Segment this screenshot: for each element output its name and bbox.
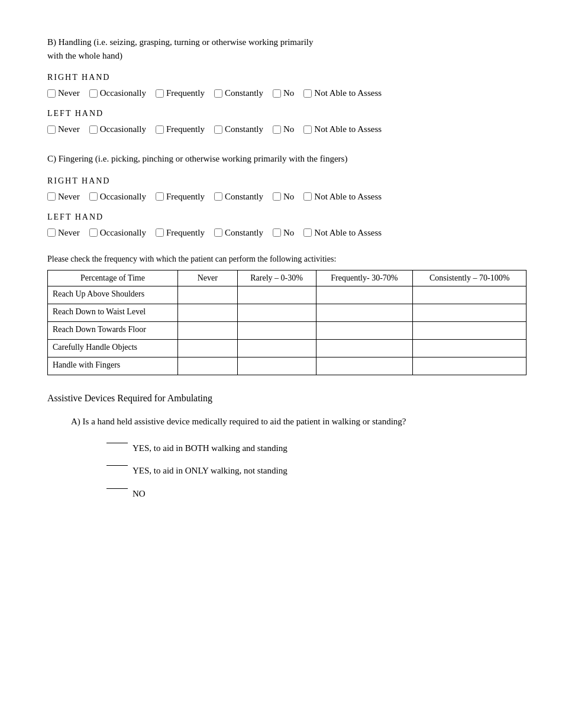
b-left-no-checkbox[interactable] xyxy=(273,125,281,134)
b-left-not-able-label[interactable]: Not Able to Assess xyxy=(314,124,382,134)
b-left-occasionally-label[interactable]: Occasionally xyxy=(100,124,146,134)
c-left-no[interactable]: No xyxy=(273,228,294,238)
b-right-constantly[interactable]: Constantly xyxy=(214,88,263,98)
frequency-cell[interactable] xyxy=(316,286,413,304)
c-left-constantly-label[interactable]: Constantly xyxy=(225,228,263,238)
c-left-not-able-checkbox[interactable] xyxy=(303,228,312,237)
b-right-constantly-checkbox[interactable] xyxy=(214,89,222,98)
frequency-cell[interactable] xyxy=(413,304,527,321)
c-right-not-able-label[interactable]: Not Able to Assess xyxy=(314,192,382,202)
b-right-no-label[interactable]: No xyxy=(283,88,294,98)
assistive-section: Assistive Devices Required for Ambulatin… xyxy=(47,393,527,501)
frequency-cell[interactable] xyxy=(237,357,316,375)
c-right-never[interactable]: Never xyxy=(47,192,80,202)
c-left-constantly[interactable]: Constantly xyxy=(214,228,263,238)
c-left-frequently[interactable]: Frequently xyxy=(156,228,205,238)
c-left-no-label[interactable]: No xyxy=(283,228,294,238)
b-left-occasionally[interactable]: Occasionally xyxy=(89,124,146,134)
frequency-cell[interactable] xyxy=(413,339,527,357)
frequency-cell[interactable] xyxy=(316,339,413,357)
b-right-never-checkbox[interactable] xyxy=(47,89,56,98)
b-right-never[interactable]: Never xyxy=(47,88,80,98)
b-left-not-able-checkbox[interactable] xyxy=(303,125,312,134)
c-right-no-label[interactable]: No xyxy=(283,192,294,202)
b-right-not-able-checkbox[interactable] xyxy=(303,89,312,98)
b-left-frequently-label[interactable]: Frequently xyxy=(166,124,205,134)
frequency-cell[interactable] xyxy=(413,321,527,339)
frequency-cell[interactable] xyxy=(237,321,316,339)
frequency-cell[interactable] xyxy=(177,286,237,304)
c-right-frequently-checkbox[interactable] xyxy=(156,192,164,201)
assistive-option-no-text: NO xyxy=(133,487,146,501)
frequency-cell[interactable] xyxy=(237,286,316,304)
c-left-never[interactable]: Never xyxy=(47,228,80,238)
b-left-constantly-label[interactable]: Constantly xyxy=(225,124,263,134)
c-right-frequently-label[interactable]: Frequently xyxy=(166,192,205,202)
b-left-constantly-checkbox[interactable] xyxy=(214,125,222,134)
c-right-occasionally[interactable]: Occasionally xyxy=(89,192,146,202)
section-c-title: C) Fingering (i.e. picking, pinching or … xyxy=(47,152,527,166)
c-left-never-label[interactable]: Never xyxy=(58,228,80,238)
b-left-occasionally-checkbox[interactable] xyxy=(89,125,98,134)
b-right-occasionally-label[interactable]: Occasionally xyxy=(100,88,146,98)
c-left-no-checkbox[interactable] xyxy=(273,228,281,237)
c-left-never-checkbox[interactable] xyxy=(47,228,56,237)
b-right-frequently[interactable]: Frequently xyxy=(156,88,205,98)
frequency-cell[interactable] xyxy=(413,357,527,375)
b-right-frequently-label[interactable]: Frequently xyxy=(166,88,205,98)
c-left-frequently-checkbox[interactable] xyxy=(156,228,164,237)
frequency-cell[interactable] xyxy=(177,357,237,375)
c-right-not-able[interactable]: Not Able to Assess xyxy=(303,192,382,202)
frequency-section: Please check the frequency with which th… xyxy=(47,255,527,375)
c-right-constantly-checkbox[interactable] xyxy=(214,192,222,201)
c-right-occasionally-checkbox[interactable] xyxy=(89,192,98,201)
c-left-occasionally-label[interactable]: Occasionally xyxy=(100,228,146,238)
b-left-not-able[interactable]: Not Able to Assess xyxy=(303,124,382,134)
assistive-option-only-walking: YES, to aid in ONLY walking, not standin… xyxy=(106,464,527,478)
b-right-no[interactable]: No xyxy=(273,88,294,98)
c-left-not-able[interactable]: Not Able to Assess xyxy=(303,228,382,238)
frequency-cell[interactable] xyxy=(177,321,237,339)
b-right-constantly-label[interactable]: Constantly xyxy=(225,88,263,98)
c-right-never-checkbox[interactable] xyxy=(47,192,56,201)
c-left-constantly-checkbox[interactable] xyxy=(214,228,222,237)
b-left-frequently-checkbox[interactable] xyxy=(156,125,164,134)
col-never: Never xyxy=(177,270,237,286)
c-right-hand-label: RIGHT HAND xyxy=(47,176,527,186)
b-right-not-able[interactable]: Not Able to Assess xyxy=(303,88,382,98)
frequency-cell[interactable] xyxy=(237,304,316,321)
b-right-frequently-checkbox[interactable] xyxy=(156,89,164,98)
b-left-never[interactable]: Never xyxy=(47,124,80,134)
frequency-cell[interactable] xyxy=(177,339,237,357)
b-left-no-label[interactable]: No xyxy=(283,124,294,134)
frequency-cell[interactable] xyxy=(413,286,527,304)
b-left-never-label[interactable]: Never xyxy=(58,124,80,134)
c-right-no-checkbox[interactable] xyxy=(273,192,281,201)
b-left-no[interactable]: No xyxy=(273,124,294,134)
c-right-not-able-checkbox[interactable] xyxy=(303,192,312,201)
b-left-constantly[interactable]: Constantly xyxy=(214,124,263,134)
c-right-no[interactable]: No xyxy=(273,192,294,202)
b-right-no-checkbox[interactable] xyxy=(273,89,281,98)
frequency-cell[interactable] xyxy=(316,357,413,375)
c-right-constantly-label[interactable]: Constantly xyxy=(225,192,263,202)
frequency-cell[interactable] xyxy=(177,304,237,321)
frequency-cell[interactable] xyxy=(316,304,413,321)
b-right-occasionally-checkbox[interactable] xyxy=(89,89,98,98)
frequency-cell[interactable] xyxy=(316,321,413,339)
c-left-occasionally[interactable]: Occasionally xyxy=(89,228,146,238)
c-right-frequently[interactable]: Frequently xyxy=(156,192,205,202)
blank-line-only-walking xyxy=(106,465,128,466)
b-left-never-checkbox[interactable] xyxy=(47,125,56,134)
c-right-occasionally-label[interactable]: Occasionally xyxy=(100,192,146,202)
b-right-never-label[interactable]: Never xyxy=(58,88,80,98)
b-right-not-able-label[interactable]: Not Able to Assess xyxy=(314,88,382,98)
b-left-frequently[interactable]: Frequently xyxy=(156,124,205,134)
c-right-constantly[interactable]: Constantly xyxy=(214,192,263,202)
c-left-not-able-label[interactable]: Not Able to Assess xyxy=(314,228,382,238)
frequency-cell[interactable] xyxy=(237,339,316,357)
c-right-never-label[interactable]: Never xyxy=(58,192,80,202)
c-left-occasionally-checkbox[interactable] xyxy=(89,228,98,237)
c-left-frequently-label[interactable]: Frequently xyxy=(166,228,205,238)
b-right-occasionally[interactable]: Occasionally xyxy=(89,88,146,98)
